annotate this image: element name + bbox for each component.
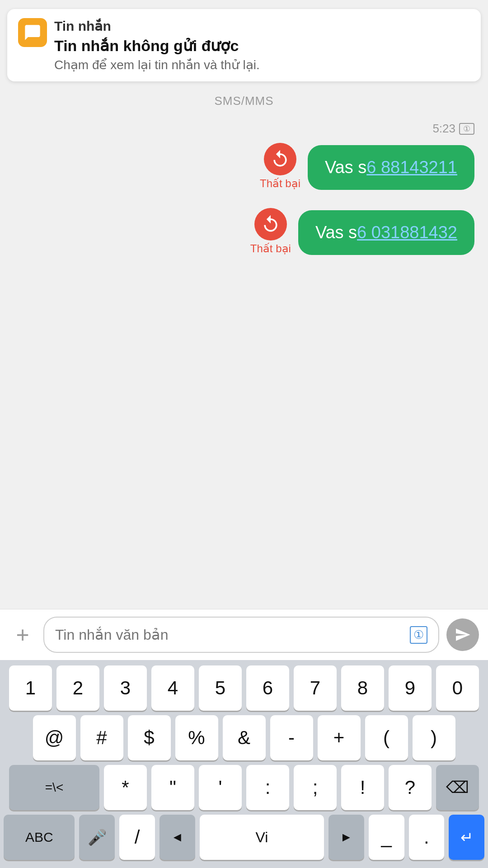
message-app-icon	[18, 18, 47, 47]
keyboard-row-bottom: ABC 🎤 / ◄ Vi ► _ . ↵	[4, 815, 484, 860]
notification-banner[interactable]: Tin nhắn Tin nhắn không gửi được Chạm để…	[7, 9, 481, 81]
error-label-2: Thất bại	[250, 242, 291, 255]
key-dollar[interactable]: $	[128, 715, 171, 760]
key-at[interactable]: @	[33, 715, 76, 760]
key-mic[interactable]: 🎤	[79, 815, 115, 860]
key-period[interactable]: .	[409, 815, 445, 860]
phone-link-2[interactable]: 6 031881432	[357, 223, 457, 242]
message-input[interactable]	[55, 627, 406, 643]
error-indicator-1[interactable]: Thất bại	[260, 143, 300, 190]
input-area: + ①	[0, 609, 488, 660]
error-label-1: Thất bại	[260, 177, 300, 190]
message-row-2: Thất bại Vas s6 031881432	[14, 208, 474, 255]
error-indicator-2[interactable]: Thất bại	[250, 208, 291, 255]
key-single-quote[interactable]: '	[199, 765, 242, 810]
key-underscore[interactable]: _	[369, 815, 404, 860]
send-button[interactable]	[446, 618, 479, 651]
key-right-arrow[interactable]: ►	[328, 815, 364, 860]
key-left-arrow[interactable]: ◄	[160, 815, 195, 860]
sms-divider: SMS/MMS	[0, 85, 488, 113]
key-abc[interactable]: ABC	[4, 815, 75, 860]
key-semicolon[interactable]: ;	[294, 765, 337, 810]
timestamp: 5:23 ①	[14, 122, 474, 136]
key-minus[interactable]: -	[270, 715, 313, 760]
keyboard-row-more-symbols: =\< * " ' : ; ! ? ⌫	[4, 765, 484, 810]
key-6[interactable]: 6	[246, 665, 289, 711]
key-special[interactable]: =\<	[9, 765, 99, 810]
key-percent[interactable]: %	[175, 715, 218, 760]
message-bubble-1[interactable]: Vas s6 88143211	[308, 145, 474, 190]
keyboard-row-symbols: @ # $ % & - + ( )	[4, 715, 484, 760]
key-3[interactable]: 3	[104, 665, 147, 711]
message-row: Thất bại Vas s6 88143211	[14, 143, 474, 190]
key-exclamation[interactable]: !	[341, 765, 384, 810]
add-button[interactable]: +	[9, 623, 36, 646]
retry-icon-1[interactable]	[264, 143, 296, 175]
key-hash[interactable]: #	[80, 715, 123, 760]
text-input-container[interactable]: ①	[43, 617, 439, 653]
notification-text: Tin nhắn Tin nhắn không gửi được Chạm để…	[54, 18, 470, 72]
key-enter[interactable]: ↵	[449, 815, 484, 860]
sim-icon: ①	[459, 123, 474, 135]
key-colon[interactable]: :	[246, 765, 289, 810]
key-vi[interactable]: Vi	[200, 815, 324, 860]
key-5[interactable]: 5	[199, 665, 242, 711]
chat-area: 5:23 ① Thất bại Vas s6 88143211	[0, 113, 488, 609]
backspace-key[interactable]: ⌫	[436, 765, 479, 810]
key-plus[interactable]: +	[318, 715, 361, 760]
key-question[interactable]: ?	[389, 765, 432, 810]
key-4[interactable]: 4	[151, 665, 194, 711]
key-8[interactable]: 8	[341, 665, 384, 711]
key-open-paren[interactable]: (	[365, 715, 408, 760]
retry-icon-2[interactable]	[254, 208, 287, 241]
notification-subtitle: Chạm để xem lại tin nhắn và thử lại.	[54, 57, 470, 72]
keyboard-row-numbers: 1 2 3 4 5 6 7 8 9 0	[4, 665, 484, 711]
message-bubble-2[interactable]: Vas s6 031881432	[298, 210, 474, 255]
keyboard[interactable]: 1 2 3 4 5 6 7 8 9 0 @ # $ % & - + ( ) =\…	[0, 660, 488, 868]
key-2[interactable]: 2	[56, 665, 99, 711]
notification-app-name: Tin nhắn	[54, 18, 470, 34]
key-0[interactable]: 0	[436, 665, 479, 711]
char-counter: ①	[410, 626, 427, 644]
key-1[interactable]: 1	[9, 665, 52, 711]
notification-title: Tin nhắn không gửi được	[54, 37, 470, 55]
key-asterisk[interactable]: *	[104, 765, 147, 810]
phone-link-1[interactable]: 6 88143211	[366, 158, 457, 177]
key-slash[interactable]: /	[119, 815, 155, 860]
key-7[interactable]: 7	[294, 665, 337, 711]
key-ampersand[interactable]: &	[223, 715, 266, 760]
key-double-quote[interactable]: "	[151, 765, 194, 810]
bubble-text-1: Vas s6 88143211	[325, 158, 457, 177]
key-close-paren[interactable]: )	[413, 715, 455, 760]
bubble-text-2: Vas s6 031881432	[315, 223, 457, 242]
key-9[interactable]: 9	[389, 665, 432, 711]
